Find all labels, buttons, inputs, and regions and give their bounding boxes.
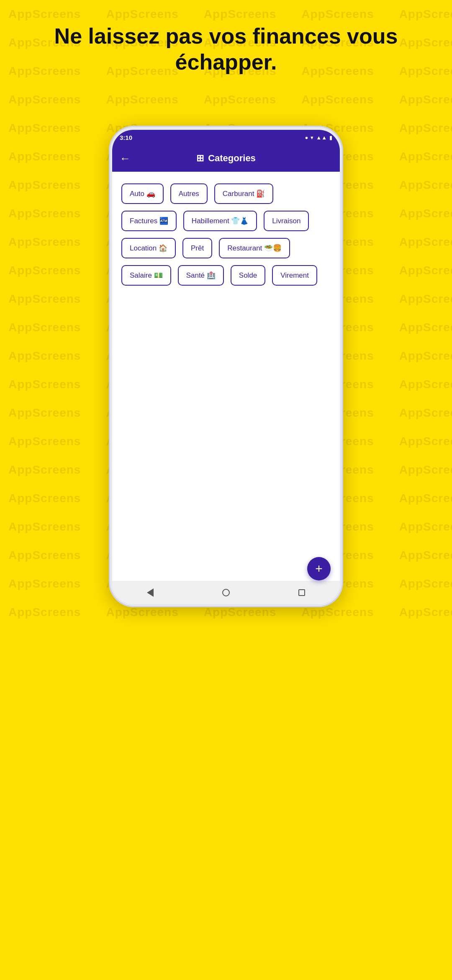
phone-screen: 3:10 ● ▾ ▲▲ ▮ ← ⊞ Categories Auto 🚗Autre… bbox=[112, 130, 340, 604]
nav-back-button[interactable] bbox=[141, 583, 159, 602]
category-chip[interactable]: Factures 🏧 bbox=[121, 211, 177, 231]
categories-grid: Auto 🚗AutresCarburant ⛽Factures 🏧Habille… bbox=[121, 183, 331, 286]
category-chip[interactable]: Auto 🚗 bbox=[121, 183, 164, 204]
status-time: 3:10 bbox=[120, 134, 132, 141]
category-chip[interactable]: Livraison bbox=[264, 211, 309, 231]
home-circle-icon bbox=[222, 589, 230, 596]
category-chip[interactable]: Prêt bbox=[182, 238, 212, 258]
header-title-text: Categories bbox=[208, 153, 256, 164]
status-icon-wifi: ▾ bbox=[311, 134, 313, 141]
category-chip[interactable]: Solde bbox=[231, 265, 265, 286]
phone-frame: 3:10 ● ▾ ▲▲ ▮ ← ⊞ Categories Auto 🚗Autre… bbox=[109, 126, 343, 607]
category-chip[interactable]: Location 🏠 bbox=[121, 238, 176, 258]
category-chip[interactable]: Virement bbox=[272, 265, 317, 286]
header-title: ⊞ Categories bbox=[196, 153, 256, 164]
content-area: Auto 🚗AutresCarburant ⛽Factures 🏧Habille… bbox=[112, 172, 340, 581]
header-categories-icon: ⊞ bbox=[196, 153, 204, 164]
nav-recents-button[interactable] bbox=[293, 583, 311, 602]
category-chip[interactable]: Santé 🏥 bbox=[178, 265, 224, 286]
category-chip[interactable]: Carburant ⛽ bbox=[214, 183, 273, 204]
fab-add-button[interactable]: + bbox=[307, 557, 331, 580]
recents-square-icon bbox=[298, 589, 305, 596]
back-button[interactable]: ← bbox=[120, 152, 131, 165]
category-chip[interactable]: Restaurant 🥗🍔 bbox=[219, 238, 290, 258]
category-chip[interactable]: Habillement 👕👗 bbox=[183, 211, 257, 231]
status-bar: 3:10 ● ▾ ▲▲ ▮ bbox=[112, 130, 340, 145]
nav-home-button[interactable] bbox=[217, 583, 235, 602]
status-icons: ● ▾ ▲▲ ▮ bbox=[305, 134, 332, 141]
back-icon: ← bbox=[120, 152, 131, 165]
category-chip[interactable]: Autres bbox=[170, 183, 208, 204]
back-triangle-icon bbox=[147, 588, 154, 597]
app-header: ← ⊞ Categories bbox=[112, 145, 340, 172]
fab-plus-icon: + bbox=[315, 562, 323, 576]
bottom-nav bbox=[112, 581, 340, 604]
category-chip[interactable]: Salaire 💵 bbox=[121, 265, 171, 286]
status-icon-battery: ▮ bbox=[329, 134, 332, 141]
status-icon-signal: ▲▲ bbox=[316, 134, 327, 141]
headline-text: Ne laissez pas vos finances vous échappe… bbox=[33, 23, 419, 75]
headline-area: Ne laissez pas vos finances vous échappe… bbox=[0, 23, 452, 75]
status-icon-1: ● bbox=[305, 134, 308, 141]
